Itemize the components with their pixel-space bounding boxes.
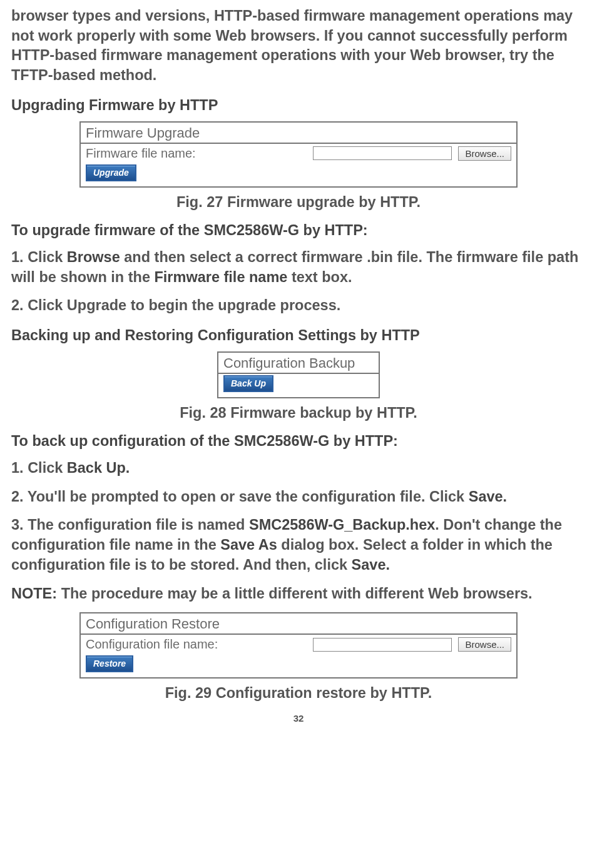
- note-text: The procedure may be a little different …: [57, 585, 533, 602]
- backup-row: Back Up: [218, 374, 379, 397]
- backup-step-3: 3. The configuration file is named SMC25…: [11, 515, 586, 575]
- firmware-upgrade-title: Firmware Upgrade: [81, 123, 516, 144]
- fig28-caption: Fig. 28 Firmware backup by HTTP.: [11, 405, 586, 421]
- heading-to-upgrade: To upgrade firmware of the SMC2586W-G by…: [11, 222, 586, 239]
- bold-backup: Back Up.: [67, 460, 130, 476]
- heading-upgrade: Upgrading Firmware by HTTP: [11, 97, 586, 114]
- upgrade-step-1: 1. Click Browse and then select a correc…: [11, 248, 586, 287]
- bold-save2: Save.: [352, 557, 390, 573]
- txt: 1. Click: [11, 460, 67, 476]
- backup-step-1: 1. Click Back Up.: [11, 458, 586, 478]
- restore-row: Restore: [81, 654, 516, 677]
- fig29-caption: Fig. 29 Configuration restore by HTTP.: [11, 685, 586, 702]
- note-label: NOTE:: [11, 585, 57, 602]
- firmware-upgrade-row: Firmware file name: Browse...: [81, 144, 516, 163]
- browse-button-2[interactable]: Browse...: [458, 637, 511, 652]
- bold-saveas: Save As: [220, 537, 277, 553]
- config-restore-row: Configuration file name: Browse...: [81, 635, 516, 654]
- intro-paragraph: browser types and versions, HTTP-based f…: [11, 6, 586, 86]
- txt: 3. The configuration file is named: [11, 517, 249, 533]
- upgrade-step-2: 2. Click Upgrade to begin the upgrade pr…: [11, 296, 586, 316]
- fig27-caption: Fig. 27 Firmware upgrade by HTTP.: [11, 194, 586, 211]
- bold-save1: Save.: [469, 488, 507, 505]
- page-number: 32: [11, 713, 586, 724]
- document-page: browser types and versions, HTTP-based f…: [0, 0, 597, 868]
- firmware-upgrade-panel: Firmware Upgrade Firmware file name: Bro…: [79, 121, 518, 188]
- firmware-file-input[interactable]: [313, 146, 452, 160]
- upgrade-button[interactable]: Upgrade: [86, 164, 136, 181]
- config-backup-panel: Configuration Backup Back Up: [217, 351, 380, 398]
- txt: 2. You'll be prompted to open or save th…: [11, 488, 469, 505]
- config-file-input[interactable]: [313, 638, 452, 652]
- config-file-label: Configuration file name:: [86, 637, 218, 652]
- heading-backup-restore: Backing up and Restoring Configuration S…: [11, 327, 586, 344]
- backup-step-2: 2. You'll be prompted to open or save th…: [11, 487, 586, 507]
- note: NOTE: The procedure may be a little diff…: [11, 584, 586, 604]
- bold-firmware-file-name: Firmware file name: [154, 269, 287, 285]
- bold-browse: Browse: [67, 249, 120, 265]
- restore-button[interactable]: Restore: [86, 655, 133, 672]
- upgrade-row: Upgrade: [81, 163, 516, 186]
- config-restore-panel: Configuration Restore Configuration file…: [79, 612, 518, 679]
- config-backup-title: Configuration Backup: [218, 353, 379, 374]
- config-restore-title: Configuration Restore: [81, 613, 516, 635]
- browse-button[interactable]: Browse...: [458, 146, 511, 161]
- txt: text box.: [287, 269, 352, 285]
- bold-filename: SMC2586W-G_Backup.hex: [249, 517, 435, 533]
- backup-button[interactable]: Back Up: [223, 375, 273, 392]
- txt: 1. Click: [11, 249, 67, 265]
- firmware-file-label: Firmware file name:: [86, 146, 196, 161]
- heading-to-backup: To back up configuration of the SMC2586W…: [11, 433, 586, 450]
